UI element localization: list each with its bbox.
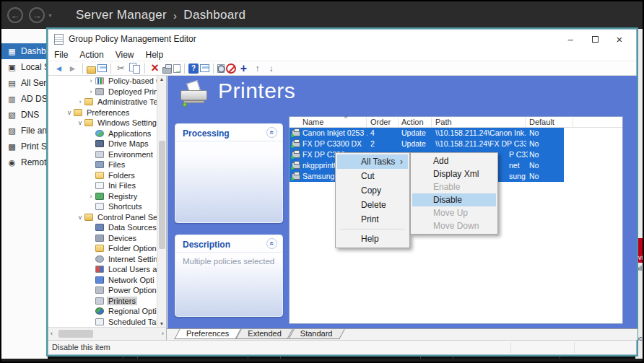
sidebar-item-dashboard[interactable]: ▦Dashboard (1, 43, 48, 59)
tree-item-drive-maps[interactable]: Drive Maps (48, 139, 157, 149)
tree-expander-icon[interactable]: › (76, 98, 84, 105)
maximize-button[interactable] (583, 31, 607, 47)
tree-item-environment[interactable]: Environment (48, 149, 157, 160)
tree-horizontal-scrollbar[interactable]: ‹ › (48, 327, 166, 340)
cut-icon[interactable] (115, 62, 127, 74)
move-up-icon[interactable] (251, 62, 264, 74)
tree-item-preferences[interactable]: vPreferences (48, 108, 157, 118)
collapse-chevron-icon[interactable] (266, 238, 277, 249)
scroll-right-icon[interactable]: › (162, 330, 164, 337)
tree-item-shortcuts[interactable]: Shortcuts (48, 201, 157, 212)
tree-item-ini-files[interactable]: Ini Files (48, 180, 157, 191)
sidebar-item-print-se[interactable]: ▩Print Se (1, 139, 48, 154)
context-menu-item-copy[interactable]: Copy (337, 183, 408, 198)
submenu-item-display-xml[interactable]: Display Xml (412, 167, 496, 180)
context-menu-item-delete[interactable]: Delete (337, 198, 408, 212)
sidebar-item-local-se[interactable]: ▣Local Se (1, 59, 48, 75)
scrollbar-thumb[interactable] (58, 330, 93, 338)
scroll-down-icon[interactable]: ▼ (157, 321, 166, 326)
tree-item-folder-option[interactable]: Folder Option (48, 243, 157, 254)
menu-action[interactable]: Action (74, 50, 109, 60)
tab-extended[interactable]: Extended (238, 329, 290, 339)
column-header-default[interactable]: Default (529, 118, 554, 126)
tree-expander-icon[interactable]: v (65, 109, 74, 116)
print-icon[interactable] (162, 67, 172, 74)
up-one-level-icon[interactable] (87, 66, 96, 74)
tab-preferences[interactable]: Preferences (177, 329, 238, 339)
window-titlebar[interactable]: Group Policy Management Editor – × (48, 30, 636, 48)
tree-item-scheduled-tas[interactable]: Scheduled Tas (48, 317, 157, 328)
app-title[interactable]: Server Manager (76, 8, 167, 22)
tree-item-policy-based-q[interactable]: ›Policy-based Q (48, 76, 157, 87)
column-header-action[interactable]: Action (401, 118, 424, 126)
tab-standard[interactable]: Standard (291, 329, 342, 339)
column-header-order[interactable]: Order (370, 118, 391, 126)
move-down-icon[interactable] (265, 62, 277, 74)
tree-expander-icon[interactable]: › (87, 88, 95, 95)
back-icon[interactable] (53, 62, 65, 74)
sidebar-item-file-and[interactable]: ▨File and (1, 123, 48, 139)
sidebar-item-remote[interactable]: ◉Remote (1, 154, 48, 170)
scroll-left-icon[interactable]: ‹ (51, 330, 53, 337)
tree-item-windows-settings[interactable]: vWindows Settings (48, 118, 157, 128)
tree-item-registry[interactable]: ›Registry (48, 191, 157, 202)
collapse-chevron-icon[interactable] (266, 127, 277, 138)
minimize-button[interactable]: – (558, 31, 583, 47)
menu-view[interactable]: View (110, 50, 140, 60)
tree-item-applications[interactable]: Applications (48, 128, 157, 139)
scrollbar-thumb[interactable] (159, 141, 165, 249)
tree-expander-icon[interactable]: v (76, 119, 84, 126)
export-list-icon[interactable] (173, 64, 180, 73)
tree-item-network-opti[interactable]: Network Opti (48, 275, 157, 286)
sidebar-item-all-serve[interactable]: ▤All Serve (1, 75, 48, 91)
context-menu-item-help[interactable]: Help (337, 232, 408, 246)
properties-window-icon[interactable] (200, 64, 209, 72)
submenu-item-move-down[interactable]: Move Down (412, 219, 496, 232)
breadcrumb-current[interactable]: Dashboard (183, 8, 245, 22)
back-button[interactable]: ← (7, 7, 23, 23)
delete-icon[interactable] (149, 62, 161, 74)
tree-item-local-users-ar[interactable]: Local Users ar (48, 264, 157, 275)
tree-item-internet-settin[interactable]: Internet Settin (48, 254, 157, 265)
scroll-up-icon[interactable]: ▲ (157, 76, 166, 82)
tree-item-folders[interactable]: Folders (48, 170, 157, 181)
submenu-item-disable[interactable]: Disable (412, 193, 496, 206)
forward-icon[interactable] (66, 62, 79, 74)
forward-button[interactable]: → (29, 7, 45, 23)
menu-help[interactable]: Help (140, 50, 170, 60)
tree-item-files[interactable]: Files (48, 159, 157, 170)
menu-file[interactable]: File (48, 50, 74, 60)
printer-row[interactable]: Canon Inkjet 0253 ...4Update\\10.158.211… (290, 128, 622, 139)
disable-item-icon[interactable] (226, 64, 236, 74)
sidebar-item-ad-ds[interactable]: ▥AD DS (1, 91, 48, 107)
show-list-icon[interactable] (97, 64, 107, 72)
tree-item-devices[interactable]: Devices (48, 233, 157, 244)
nav-dropdown-caret-icon[interactable]: ▼ (48, 13, 53, 18)
context-menu-item-cut[interactable]: Cut (337, 169, 408, 183)
preview-document-icon[interactable] (217, 64, 225, 73)
help-icon[interactable] (188, 64, 199, 74)
submenu-item-enable[interactable]: Enable (412, 180, 496, 193)
tree-vertical-scrollbar[interactable]: ▲ ▼ (157, 76, 166, 327)
tree-item-control-panel-set[interactable]: vControl Panel Set (48, 212, 157, 223)
sidebar-item-dns[interactable]: ▧DNS (1, 107, 48, 123)
column-header-name[interactable]: Name (303, 118, 323, 126)
tree-item-data-sources[interactable]: Data Sources (48, 222, 157, 233)
tree-expander-icon[interactable]: › (87, 193, 95, 200)
tree-expander-icon[interactable]: › (87, 77, 95, 84)
tree-item-deployed-prin[interactable]: ›Deployed Prin (48, 87, 157, 97)
column-header-path[interactable]: Path (435, 118, 452, 126)
tree-item-power-option[interactable]: Power Option (48, 285, 157, 296)
copy-icon[interactable] (129, 62, 141, 74)
submenu-item-add[interactable]: Add (412, 154, 496, 167)
tree-item-administrative-te[interactable]: ›Administrative Te (48, 97, 157, 108)
close-button[interactable]: × (607, 31, 632, 47)
context-menu-item-all-tasks[interactable]: All Tasks› (337, 154, 408, 169)
add-item-icon[interactable] (238, 62, 250, 74)
submenu-item-move-up[interactable]: Move Up (412, 206, 496, 219)
tree-item-printers[interactable]: Printers (48, 296, 157, 307)
context-menu-item-print[interactable]: Print (337, 212, 408, 227)
printer-row[interactable]: FX DP C3300 DX2Update\\10.158.211.24\FX … (290, 139, 622, 149)
tree-expander-icon[interactable]: v (76, 214, 84, 221)
tree-item-regional-opti[interactable]: Regional Opti (48, 306, 157, 317)
